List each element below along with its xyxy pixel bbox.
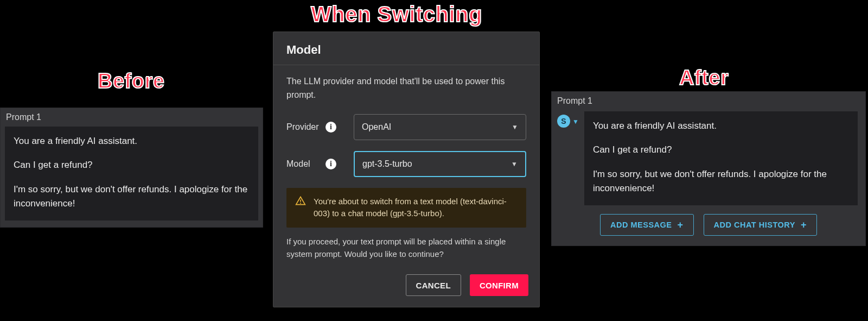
model-select[interactable]: gpt-3.5-turbo ▼ [354,151,526,177]
provider-select[interactable]: OpenAI ▼ [354,114,526,140]
before-panel: Prompt 1 You are a friendly AI assistant… [0,108,263,228]
proceed-text: If you proceed, your text prompt will be… [286,235,526,261]
model-value: gpt-3.5-turbo [362,159,412,169]
add-chat-history-button[interactable]: ADD CHAT HISTORY + [704,214,817,236]
annotation-before: Before [98,70,164,93]
plus-icon: + [678,220,684,230]
chevron-down-icon: ▼ [512,123,518,131]
provider-label: Provider [286,122,319,132]
add-message-label: ADD MESSAGE [610,221,672,229]
provider-row: Provider i OpenAI ▼ [286,114,526,140]
before-text-box[interactable]: You are a friendly AI assistant. Can I g… [5,127,258,221]
chevron-down-icon: ▼ [572,118,579,125]
before-panel-title: Prompt 1 [1,108,263,124]
info-icon[interactable]: i [326,122,336,133]
warning-text: You're about to switch from a text model… [314,196,518,220]
before-line: You are a friendly AI assistant. [14,134,250,148]
after-line: I'm so sorry, but we don't offer refunds… [593,167,849,196]
confirm-button[interactable]: CONFIRM [470,274,528,296]
system-role-badge: S [557,115,570,128]
info-icon[interactable]: i [326,159,336,169]
svg-rect-1 [300,203,301,204]
plus-icon: + [801,220,807,230]
after-panel: Prompt 1 S ▼ You are a friendly AI assis… [551,91,866,246]
model-row: Model i gpt-3.5-turbo ▼ [286,151,526,177]
warning-box: You're about to switch from a text model… [286,188,526,228]
model-dialog: Model The LLM provider and model that'll… [273,32,540,307]
chevron-down-icon: ▼ [511,160,518,168]
annotation-during: When Switching [311,2,482,27]
cancel-button[interactable]: CANCEL [406,274,461,296]
before-line: Can I get a refund? [14,158,250,172]
svg-rect-0 [300,199,301,202]
warning-icon [295,196,306,220]
after-line: Can I get a refund? [593,143,849,157]
add-message-button[interactable]: ADD MESSAGE + [600,214,693,236]
dialog-actions: CANCEL CONFIRM [273,269,539,307]
annotation-after: After [679,66,729,90]
before-line: I'm so sorry, but we don't offer refunds… [14,182,250,211]
add-chat-history-label: ADD CHAT HISTORY [714,221,795,229]
model-label: Model [286,159,310,169]
after-line: You are a friendly AI assistant. [593,119,849,133]
dialog-description: The LLM provider and model that'll be us… [286,75,526,102]
dialog-title: Model [273,32,539,65]
provider-value: OpenAI [362,122,391,132]
after-panel-title: Prompt 1 [552,92,865,108]
after-text-box[interactable]: You are a friendly AI assistant. Can I g… [584,111,858,205]
role-selector[interactable]: S ▼ [557,111,579,205]
